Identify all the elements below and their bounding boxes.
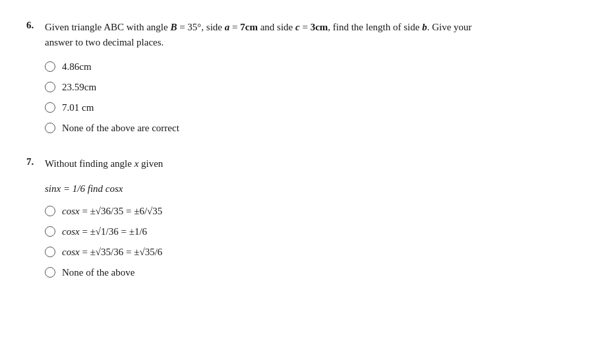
q7-option-2[interactable]: cosx = ±√1/36 = ±1/6 — [45, 225, 572, 239]
q7-radio-3[interactable] — [45, 247, 55, 257]
question-6-text: Given triangle ABC with angle B = 35°, s… — [45, 20, 572, 51]
q6-radio-4[interactable] — [45, 123, 55, 133]
q7-radio-2[interactable] — [45, 226, 55, 237]
q6-radio-1[interactable] — [45, 61, 55, 72]
var-B: B — [170, 22, 177, 32]
q7-option-4[interactable]: None of the above — [45, 266, 572, 280]
q6-label-1: 4.86cm — [62, 60, 92, 74]
q7-label-1: cosx = ±√36/35 = ±6/√35 — [62, 204, 162, 218]
q6-option-1[interactable]: 4.86cm — [45, 60, 572, 74]
q6-label-2: 23.59cm — [62, 80, 96, 94]
question-7-header: 7. Without finding angle x given — [26, 156, 572, 171]
q6-option-4[interactable]: None of the above are correct — [45, 121, 572, 135]
q6-label-4: None of the above are correct — [62, 121, 179, 135]
question-6-number: 6. — [26, 20, 45, 31]
q7-radio-1[interactable] — [45, 206, 55, 216]
question-6-options: 4.86cm 23.59cm 7.01 cm None of the above… — [45, 60, 572, 135]
question-7-text: Without finding angle x given — [45, 156, 572, 171]
question-7-subtext: sinx = 1/6 find cosx — [45, 181, 572, 197]
q6-option-3[interactable]: 7.01 cm — [45, 101, 572, 115]
q6-radio-3[interactable] — [45, 102, 55, 113]
var-b: b — [422, 22, 427, 32]
question-6-header: 6. Given triangle ABC with angle B = 35°… — [26, 20, 572, 51]
q6-option-2[interactable]: 23.59cm — [45, 80, 572, 94]
q7-option-1[interactable]: cosx = ±√36/35 = ±6/√35 — [45, 204, 572, 218]
q7-option-3[interactable]: cosx = ±√35/36 = ±√35/6 — [45, 245, 572, 259]
q6-radio-2[interactable] — [45, 82, 55, 92]
q6-label-3: 7.01 cm — [62, 101, 94, 115]
question-6: 6. Given triangle ABC with angle B = 35°… — [26, 20, 572, 135]
var-a: a — [225, 22, 230, 32]
question-7-number: 7. — [26, 156, 45, 167]
q7-label-3: cosx = ±√35/36 = ±√35/6 — [62, 245, 162, 259]
question-7: 7. Without finding angle x given sinx = … — [26, 156, 572, 280]
question-7-options: cosx = ±√36/35 = ±6/√35 cosx = ±√1/36 = … — [45, 204, 572, 280]
var-c: c — [295, 22, 300, 32]
q7-label-2: cosx = ±√1/36 = ±1/6 — [62, 225, 147, 239]
q7-radio-4[interactable] — [45, 267, 55, 278]
q7-label-4: None of the above — [62, 266, 135, 280]
